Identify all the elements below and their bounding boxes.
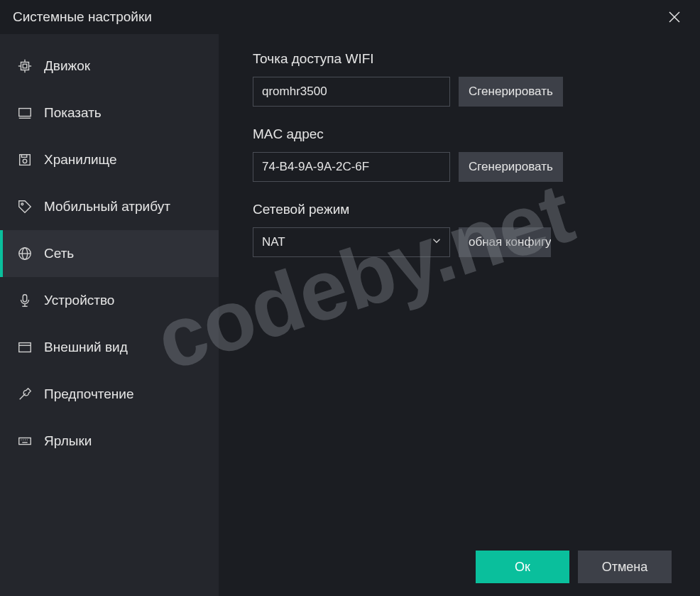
titlebar: Системные настройки (0, 0, 700, 34)
sidebar-item-engine[interactable]: Движок (0, 43, 219, 90)
mic-icon (17, 293, 33, 308)
sidebar-item-storage[interactable]: Хранилище (0, 136, 219, 183)
mode-field-group: Сетевой режим NAT обная конфигур (253, 202, 672, 257)
svg-rect-17 (23, 295, 27, 302)
sidebar-item-label: Ярлыки (44, 433, 92, 449)
svg-rect-8 (19, 109, 31, 117)
sidebar-item-device[interactable]: Устройство (0, 277, 219, 324)
mac-field-group: MAC адрес Сгенерировать (253, 126, 672, 182)
mode-label: Сетевой режим (253, 202, 672, 217)
sidebar-item-network[interactable]: Сеть (0, 230, 219, 277)
wifi-generate-button[interactable]: Сгенерировать (459, 77, 563, 107)
mac-label: MAC адрес (253, 126, 672, 142)
tag-icon (17, 199, 33, 215)
window-title: Системные настройки (13, 9, 152, 25)
sidebar-item-preference[interactable]: Предпочтение (0, 371, 219, 418)
svg-rect-12 (21, 155, 26, 158)
sidebar-item-shortcuts[interactable]: Ярлыки (0, 418, 219, 465)
sidebar-item-display[interactable]: Показать (0, 90, 219, 136)
sidebar-item-appearance[interactable]: Внешний вид (0, 324, 219, 371)
sidebar-item-label: Показать (44, 105, 102, 121)
display-icon (17, 105, 33, 121)
ok-button[interactable]: Ок (476, 551, 569, 583)
cpu-icon (17, 58, 33, 74)
svg-rect-20 (19, 343, 31, 352)
sidebar-item-label: Сеть (44, 246, 74, 261)
wifi-input[interactable] (253, 77, 450, 107)
wrench-icon (17, 386, 33, 402)
sidebar-item-label: Предпочтение (44, 386, 134, 402)
mode-select[interactable]: NAT (253, 227, 450, 257)
keyboard-icon (17, 433, 33, 449)
sidebar-item-label: Мобильный атрибут (44, 199, 170, 215)
close-button[interactable] (662, 4, 687, 30)
sidebar-item-label: Внешний вид (44, 340, 128, 355)
wifi-field-group: Точка доступа WIFI Сгенерировать (253, 51, 672, 107)
svg-rect-2 (21, 63, 29, 70)
svg-line-22 (20, 394, 26, 399)
mode-value: NAT (262, 235, 285, 249)
footer: Ок Отмена (253, 551, 672, 596)
sidebar-item-label: Хранилище (44, 152, 117, 168)
close-icon (668, 11, 681, 23)
sidebar: Движок Показать Хранилище Мобильный атри… (0, 34, 219, 596)
globe-icon (17, 246, 33, 261)
sidebar-item-label: Движок (44, 58, 90, 74)
content-panel: Точка доступа WIFI Сгенерировать MAC адр… (219, 34, 700, 596)
sidebar-item-label: Устройство (44, 293, 114, 308)
svg-rect-23 (19, 438, 31, 444)
mac-input[interactable] (253, 152, 450, 182)
svg-point-13 (21, 203, 23, 205)
window-icon (17, 340, 33, 355)
sidebar-item-mobile-attr[interactable]: Мобильный атрибут (0, 183, 219, 230)
wifi-label: Точка доступа WIFI (253, 51, 672, 67)
svg-point-11 (23, 159, 27, 163)
save-icon (17, 152, 33, 168)
svg-rect-3 (23, 64, 27, 68)
cancel-button[interactable]: Отмена (578, 551, 672, 583)
mode-config-button[interactable]: обная конфигур (459, 227, 551, 257)
mac-generate-button[interactable]: Сгенерировать (459, 152, 563, 182)
